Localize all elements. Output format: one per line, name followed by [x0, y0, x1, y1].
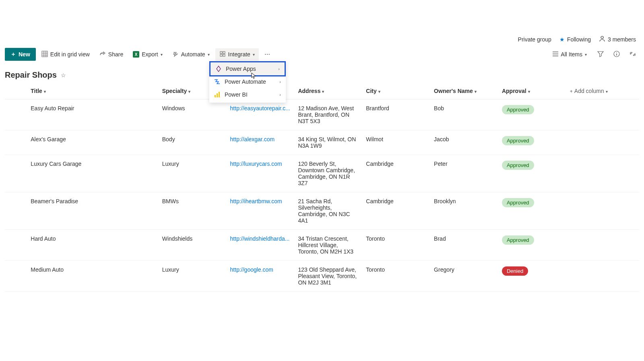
table-row[interactable]: Easy Auto RepairWindowshttp://easyautore…	[5, 99, 639, 130]
cell-title[interactable]: Hard Auto	[27, 230, 159, 261]
col-city[interactable]: City▾	[363, 84, 431, 99]
menu-item-label: Power BI	[225, 91, 248, 98]
group-type-label: Private group	[518, 36, 551, 43]
cell-address: 123 Old Sheppard Ave, Pleasant View, Tor…	[295, 261, 363, 292]
cell-specialty: Body	[159, 130, 227, 155]
cell-specialty: Windows	[159, 99, 227, 130]
info-button[interactable]	[610, 48, 623, 61]
website-link[interactable]: http://easyautorepair.c...	[230, 105, 290, 111]
add-column-button[interactable]: +Add column▾	[567, 84, 639, 99]
share-button[interactable]: Share	[95, 48, 127, 61]
chevron-down-icon: ▾	[44, 89, 46, 94]
svg-rect-7	[223, 52, 225, 54]
list-icon	[553, 51, 558, 58]
row-select-cell[interactable]	[5, 155, 27, 192]
list-table: Title▾ Specialty▾ Website▾ Address▾ City…	[5, 84, 639, 292]
flow-icon	[172, 51, 179, 58]
view-selector[interactable]: All Items ▾	[549, 49, 591, 60]
row-select-cell[interactable]	[5, 192, 27, 230]
cell-approval: Approved	[499, 155, 567, 192]
integrate-button[interactable]: Integrate ▾	[215, 48, 259, 61]
svg-rect-9	[223, 54, 225, 56]
integrate-icon	[219, 51, 226, 58]
cell-empty	[567, 261, 639, 292]
cell-address: 12 Madison Ave, West Brant, Brantford, O…	[295, 99, 363, 130]
menu-item-power-bi[interactable]: Power BI ›	[209, 88, 286, 101]
plus-icon: +	[570, 89, 573, 94]
menu-item-label: Power Apps	[226, 66, 256, 72]
integrate-dropdown: Power Apps › Power Automate › Power BI ›	[209, 61, 286, 103]
grid-icon	[41, 51, 48, 58]
cell-website[interactable]: http://google.com	[227, 261, 295, 292]
following-label: Following	[567, 36, 591, 43]
website-link[interactable]: http://alexgar.com	[230, 136, 275, 142]
cell-website[interactable]: http://luxurycars.com	[227, 155, 295, 192]
chevron-down-icon: ▾	[208, 52, 210, 57]
list-title: Repair Shops	[5, 70, 57, 80]
edit-grid-button[interactable]: Edit in grid view	[37, 48, 94, 61]
table-row[interactable]: Luxury Cars GarageLuxuryhttp://luxurycar…	[5, 155, 639, 192]
cell-title[interactable]: Beamer's Paradise	[27, 192, 159, 230]
status-badge: Approved	[502, 198, 534, 207]
cell-city: Toronto	[363, 230, 431, 261]
expand-button[interactable]	[626, 48, 639, 61]
cell-title[interactable]: Luxury Cars Garage	[27, 155, 159, 192]
cell-owner: Jacob	[431, 130, 499, 155]
cell-city: Wilmot	[363, 130, 431, 155]
menu-item-power-apps[interactable]: Power Apps ›	[209, 61, 286, 76]
row-select-cell[interactable]	[5, 130, 27, 155]
table-row[interactable]: Medium AutoLuxuryhttp://google.com123 Ol…	[5, 261, 639, 292]
website-link[interactable]: http://windshieldharda...	[230, 235, 290, 242]
cell-title[interactable]: Alex's Garage	[27, 130, 159, 155]
cell-approval: Approved	[499, 99, 567, 130]
cell-empty	[567, 230, 639, 261]
cell-website[interactable]: http://alexgar.com	[227, 130, 295, 155]
cell-approval: Approved	[499, 130, 567, 155]
cell-city: Cambridge	[363, 155, 431, 192]
filter-button[interactable]	[594, 48, 607, 61]
following-toggle[interactable]: ★ Following	[559, 36, 591, 43]
new-button[interactable]: ＋ New	[5, 48, 36, 61]
row-select-cell[interactable]	[5, 99, 27, 130]
members-link[interactable]: 3 members	[599, 35, 636, 43]
cell-title[interactable]: Easy Auto Repair	[27, 99, 159, 130]
more-button[interactable]: ⋯	[260, 49, 274, 60]
cell-address: 120 Beverly St, Downtown Cambridge, Camb…	[295, 155, 363, 192]
chevron-down-icon: ▾	[161, 52, 163, 57]
website-link[interactable]: http://google.com	[230, 266, 273, 273]
export-button[interactable]: X Export ▾	[129, 49, 166, 60]
website-link[interactable]: http://iheartbmw.com	[230, 198, 282, 204]
power-bi-icon	[214, 92, 221, 97]
svg-rect-11	[217, 93, 218, 97]
cell-approval: Approved	[499, 192, 567, 230]
col-address[interactable]: Address▾	[295, 84, 363, 99]
cell-empty	[567, 192, 639, 230]
menu-item-power-automate[interactable]: Power Automate ›	[209, 75, 286, 88]
chevron-down-icon: ▾	[585, 52, 587, 57]
svg-rect-12	[219, 92, 220, 97]
top-spacer	[0, 0, 644, 32]
col-approval[interactable]: Approval▾	[499, 84, 567, 99]
col-title[interactable]: Title▾	[27, 84, 159, 99]
svg-rect-1	[42, 51, 47, 57]
col-select[interactable]	[5, 84, 27, 99]
status-badge: Approved	[502, 136, 534, 145]
cell-website[interactable]: http://windshieldharda...	[227, 230, 295, 261]
cell-approval: Approved	[499, 230, 567, 261]
favorite-star-icon[interactable]: ☆	[61, 72, 66, 78]
automate-button[interactable]: Automate ▾	[168, 48, 214, 61]
row-select-cell[interactable]	[5, 230, 27, 261]
table-row[interactable]: Alex's GarageBodyhttp://alexgar.com34 Ki…	[5, 130, 639, 155]
cell-specialty: BMWs	[159, 192, 227, 230]
cell-website[interactable]: http://iheartbmw.com	[227, 192, 295, 230]
cell-title[interactable]: Medium Auto	[27, 261, 159, 292]
cell-website[interactable]: http://easyautorepair.c...	[227, 99, 295, 130]
people-icon	[599, 35, 605, 43]
website-link[interactable]: http://luxurycars.com	[230, 161, 282, 167]
cell-owner: Peter	[431, 155, 499, 192]
table-row[interactable]: Hard AutoWindshieldshttp://windshieldhar…	[5, 230, 639, 261]
row-select-cell[interactable]	[5, 261, 27, 292]
chevron-down-icon: ▾	[606, 89, 608, 94]
table-row[interactable]: Beamer's ParadiseBMWshttp://iheartbmw.co…	[5, 192, 639, 230]
col-owner[interactable]: Owner's Name▾	[431, 84, 499, 99]
